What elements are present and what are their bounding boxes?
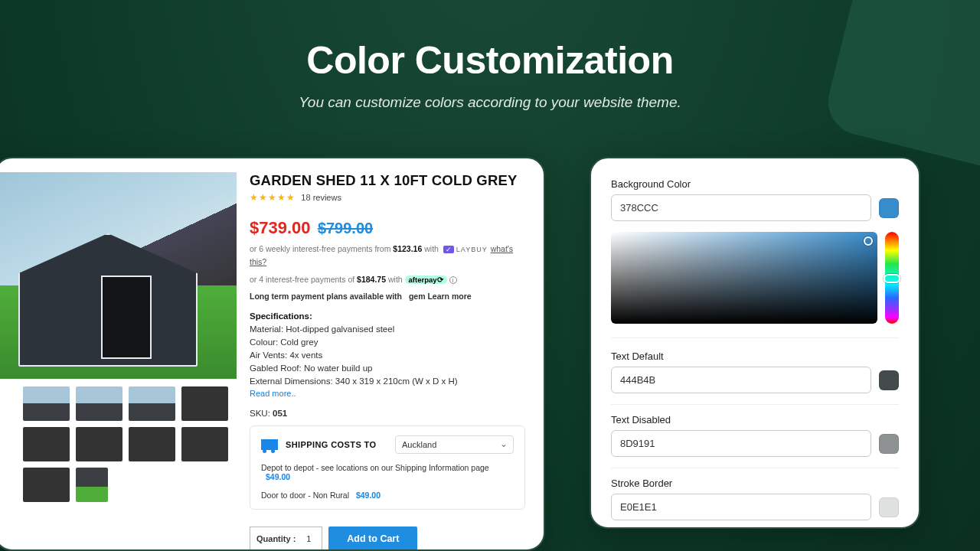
color-picker-hue-slider[interactable]: [885, 232, 899, 324]
shipping-price: $49.00: [266, 472, 290, 481]
color-picker-saturation[interactable]: [611, 232, 877, 324]
spec-line: Colour: Cold grey: [250, 337, 525, 347]
finance-laybuy-text: or 6 weekly interest-free payments from: [250, 244, 393, 253]
laybuy-icon: ✓: [443, 246, 454, 253]
star-rating-icon: ★★★★★: [250, 192, 296, 203]
color-picker: [611, 232, 899, 338]
finance-laybuy-amount: $123.16: [393, 244, 422, 253]
thumbnail[interactable]: [129, 386, 175, 421]
afterpay-badge[interactable]: afterpay⟳: [405, 276, 447, 284]
stroke-border-swatch[interactable]: [879, 497, 899, 517]
spec-line: External Dimensions: 340 x 319 x 210cm (…: [250, 377, 525, 386]
stroke-border-input[interactable]: [611, 494, 871, 520]
spec-line: Material: Hot-dipped galvanised steel: [250, 324, 525, 334]
page-subtitle: You can customize colors according to yo…: [253, 92, 727, 113]
gem-logo-text: gem: [409, 292, 426, 301]
longterm-text: Long term payment plans available with: [250, 292, 402, 301]
truck-icon: [261, 439, 278, 450]
text-disabled-label: Text Disabled: [611, 414, 899, 425]
color-settings-panel: Background Color Text Default Text Disab: [590, 157, 920, 529]
color-picker-indicator[interactable]: [864, 236, 873, 246]
shipping-option-text: Depot to depot - see locations on our Sh…: [261, 463, 489, 472]
shipping-region-select[interactable]: Auckland: [395, 435, 514, 454]
sku-label: SKU:: [250, 409, 273, 418]
quantity-value[interactable]: 1: [302, 534, 315, 543]
learn-more-link[interactable]: Learn more: [427, 292, 471, 301]
laybuy-logo-text: LAYBUY: [456, 246, 488, 253]
thumbnail[interactable]: [23, 427, 70, 461]
product-main-image[interactable]: [0, 172, 237, 379]
price-current: $739.00: [250, 218, 311, 237]
background-color-input[interactable]: [611, 194, 871, 221]
info-icon[interactable]: i: [449, 276, 457, 284]
thumbnail[interactable]: [129, 427, 175, 461]
shipping-box: SHIPPING COSTS TO Auckland Depot to depo…: [250, 425, 525, 510]
product-title: GARDEN SHED 11 X 10FT COLD GREY: [250, 172, 525, 189]
product-preview-card: GARDEN SHED 11 X 10FT COLD GREY ★★★★★ 18…: [0, 157, 545, 551]
product-gallery: [0, 172, 240, 536]
shipping-heading: SHIPPING COSTS TO: [286, 440, 376, 449]
sku-value: 051: [273, 409, 287, 418]
text-default-label: Text Default: [611, 350, 899, 362]
finance-afterpay-text: or 4 interest-free payments of: [250, 275, 357, 284]
read-more-link[interactable]: Read more..: [250, 389, 296, 398]
thumbnail[interactable]: [76, 468, 108, 502]
thumbnail[interactable]: [181, 386, 228, 421]
thumbnail[interactable]: [23, 386, 70, 421]
thumbnail[interactable]: [76, 386, 122, 421]
text-disabled-input[interactable]: [611, 430, 871, 457]
hue-indicator[interactable]: [884, 274, 900, 283]
background-color-swatch[interactable]: [879, 198, 899, 218]
review-count[interactable]: 18 reviews: [301, 193, 341, 202]
thumbnail[interactable]: [76, 427, 122, 461]
quantity-stepper[interactable]: Quantity : 1: [250, 527, 322, 551]
background-color-label: Background Color: [611, 178, 899, 190]
price-compare: $799.00: [318, 220, 373, 236]
spec-line: Gabled Roof: No water build up: [250, 364, 525, 373]
text-default-swatch[interactable]: [879, 370, 899, 390]
spec-line: Air Vents: 4x vents: [250, 350, 525, 360]
quantity-label: Quantity :: [256, 534, 296, 543]
shipping-option-text: Door to door - Non Rural: [261, 491, 349, 500]
specs-heading: Specifications:: [250, 311, 312, 321]
thumbnail[interactable]: [23, 468, 70, 502]
product-info: GARDEN SHED 11 X 10FT COLD GREY ★★★★★ 18…: [240, 172, 525, 536]
text-default-input[interactable]: [611, 367, 871, 393]
text-disabled-swatch[interactable]: [879, 434, 899, 454]
shipping-price: $49.00: [356, 491, 381, 500]
add-to-cart-button[interactable]: Add to Cart: [328, 527, 417, 551]
finance-afterpay-amount: $184.75: [357, 275, 386, 284]
stroke-border-label: Stroke Border: [611, 478, 899, 489]
thumbnail[interactable]: [181, 427, 228, 461]
product-thumbnails: [0, 379, 240, 502]
